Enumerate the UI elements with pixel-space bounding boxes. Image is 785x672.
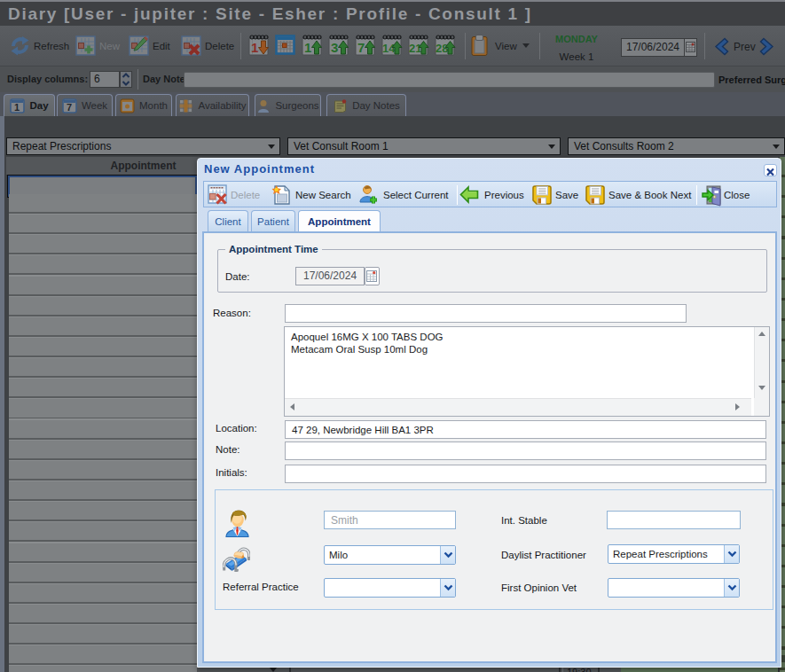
svg-text:1: 1 — [304, 40, 311, 55]
svg-text:28: 28 — [436, 42, 448, 55]
svg-text:14: 14 — [382, 42, 396, 55]
svg-text:3: 3 — [331, 40, 338, 55]
svg-text:7: 7 — [357, 40, 365, 55]
svg-text:7: 7 — [67, 101, 72, 112]
svg-text:1: 1 — [14, 101, 20, 112]
svg-text:1: 1 — [251, 40, 258, 55]
svg-text:21: 21 — [409, 42, 421, 55]
